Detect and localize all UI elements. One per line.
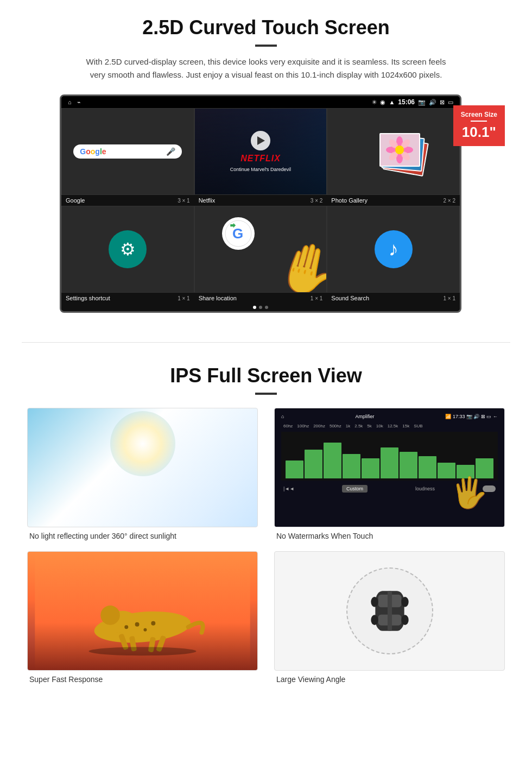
car-circle bbox=[346, 567, 433, 654]
app-cell-share[interactable]: G 🤚 bbox=[194, 206, 327, 293]
badge-size: 10.1" bbox=[461, 124, 497, 141]
microphone-icon: 🎤 bbox=[166, 147, 175, 156]
photos-label: Photo Gallery 2 × 2 bbox=[327, 195, 460, 206]
section1-title: 2.5D Curved Touch Screen bbox=[33, 16, 499, 39]
wifi-icon: ▲ bbox=[389, 99, 395, 105]
svg-point-18 bbox=[151, 621, 155, 626]
netflix-grid: 3 × 2 bbox=[311, 198, 323, 204]
settings-grid: 1 × 1 bbox=[178, 295, 190, 301]
amp-equalizer-bars bbox=[281, 432, 498, 481]
svg-rect-32 bbox=[388, 591, 392, 630]
play-button[interactable] bbox=[251, 131, 270, 150]
share-label: Share location 1 × 1 bbox=[194, 293, 327, 304]
camera-icon: 📷 bbox=[418, 99, 426, 106]
amp-icons: 📶 17:33 📷 🔊 ⊠ ▭ ← bbox=[445, 414, 498, 419]
amp-home-icon: ⌂ bbox=[281, 414, 284, 419]
car-caption: Large Viewing Angle bbox=[274, 675, 505, 684]
app-cell-settings[interactable]: ⚙ bbox=[61, 206, 194, 293]
netflix-subtitle: Continue Marvel's Daredevil bbox=[230, 167, 291, 172]
svg-point-29 bbox=[401, 597, 408, 607]
status-left: ⌂ ⌁ bbox=[68, 99, 81, 106]
svg-point-17 bbox=[143, 628, 147, 632]
amp-prev: |◄◄ bbox=[283, 486, 294, 491]
amp-bar-5 bbox=[362, 458, 379, 478]
amp-hand-icon: 🖐 bbox=[451, 475, 488, 510]
google-search-bar[interactable]: Google 🎤 bbox=[73, 144, 182, 159]
dot-3[interactable] bbox=[265, 306, 268, 309]
app-cell-netflix[interactable]: NETFLIX Continue Marvel's Daredevil bbox=[194, 108, 327, 195]
play-triangle-icon bbox=[257, 136, 265, 145]
home-icon[interactable]: ⌂ bbox=[68, 99, 72, 105]
svg-point-31 bbox=[401, 615, 408, 625]
amp-bar-7 bbox=[400, 452, 417, 478]
section-divider bbox=[22, 342, 510, 343]
cheetah-caption: Super Fast Response bbox=[27, 675, 258, 684]
pagination-dots bbox=[61, 304, 460, 311]
app-grid-top: Google 🎤 NETFLIX Continue Marvel's Da bbox=[61, 108, 460, 195]
google-logo: Google bbox=[80, 147, 106, 156]
google-label: Google 3 × 1 bbox=[61, 195, 194, 206]
feature-grid: No light reflecting under 360° direct su… bbox=[27, 408, 505, 684]
svg-point-15 bbox=[100, 605, 120, 625]
dot-1[interactable] bbox=[253, 306, 256, 309]
svg-point-24 bbox=[88, 647, 196, 655]
sound-label: Sound Search 1 × 1 bbox=[327, 293, 460, 304]
dot-2[interactable] bbox=[259, 306, 262, 309]
screen-size-badge: Screen Size 10.1" bbox=[453, 105, 505, 146]
status-right: ✳ ◉ ▲ 15:06 📷 🔊 ⊠ ▭ bbox=[372, 98, 453, 106]
usb-icon: ⌁ bbox=[77, 99, 81, 106]
app-labels-top: Google 3 × 1 Netflix 3 × 2 Photo Gallery… bbox=[61, 195, 460, 206]
netflix-logo: NETFLIX bbox=[240, 154, 281, 163]
bluetooth-icon: ✳ bbox=[372, 99, 377, 106]
amp-bar-4 bbox=[343, 454, 360, 478]
screen-icon: ▭ bbox=[448, 99, 453, 106]
sunlight-caption: No light reflecting under 360° direct su… bbox=[27, 532, 258, 540]
section1-description: With 2.5D curved-display screen, this de… bbox=[81, 55, 451, 81]
amp-title: Amplifier bbox=[355, 414, 374, 419]
cheetah-image bbox=[27, 551, 258, 671]
x-icon: ⊠ bbox=[440, 99, 445, 106]
svg-point-19 bbox=[124, 625, 128, 629]
photo-stack bbox=[366, 124, 421, 179]
amp-custom-btn: Custom bbox=[342, 485, 368, 493]
svg-point-28 bbox=[371, 597, 378, 607]
amp-bar-1 bbox=[286, 460, 303, 478]
amp-bar-3 bbox=[324, 443, 341, 478]
section2-title: IPS Full Screen View bbox=[27, 364, 505, 387]
netflix-overlay: NETFLIX Continue Marvel's Daredevil bbox=[195, 109, 327, 194]
app-cell-google[interactable]: Google 🎤 bbox=[61, 108, 194, 195]
app-grid-bottom: ⚙ G 🤚 bbox=[61, 206, 460, 293]
sound-icon-bg: ♪ bbox=[375, 230, 413, 268]
netflix-label-text: Netflix bbox=[199, 197, 216, 204]
feature-cheetah: Super Fast Response bbox=[27, 551, 258, 684]
svg-point-9 bbox=[395, 146, 404, 154]
svg-point-16 bbox=[135, 622, 140, 627]
sound-label-text: Sound Search bbox=[331, 295, 369, 301]
location-icon: ◉ bbox=[380, 99, 385, 106]
sound-grid: 1 × 1 bbox=[443, 295, 455, 301]
badge-divider bbox=[471, 121, 487, 122]
gear-icon: ⚙ bbox=[120, 239, 136, 260]
svg-text:G: G bbox=[232, 225, 243, 242]
amp-bar-8 bbox=[419, 456, 436, 478]
app-cell-sound[interactable]: ♪ bbox=[327, 206, 460, 293]
section-curved-screen: 2.5D Curved Touch Screen With 2.5D curve… bbox=[0, 0, 532, 326]
car-image bbox=[274, 551, 505, 671]
amplifier-image: ⌂ Amplifier 📶 17:33 📷 🔊 ⊠ ▭ ← 60hz100hz2… bbox=[274, 408, 505, 527]
device-wrapper: Screen Size 10.1" ⌂ ⌁ ✳ ◉ ▲ 15:06 📷 🔊 ⊠ bbox=[60, 94, 472, 313]
car-svg bbox=[368, 581, 411, 641]
status-time: 15:06 bbox=[398, 98, 415, 106]
settings-icon-bg: ⚙ bbox=[109, 230, 147, 268]
share-label-text: Share location bbox=[199, 295, 237, 301]
amp-freq-labels: 60hz100hz200hz500hz1k2.5k5k10k12.5k15kSU… bbox=[279, 422, 500, 430]
hand-pointing-icon: 🤚 bbox=[270, 234, 327, 293]
app-cell-photos[interactable] bbox=[327, 108, 460, 195]
google-label-text: Google bbox=[66, 197, 85, 204]
amp-bar-6 bbox=[381, 447, 398, 478]
netflix-label: Netflix 3 × 2 bbox=[194, 195, 327, 206]
feature-watermark: ⌂ Amplifier 📶 17:33 📷 🔊 ⊠ ▭ ← 60hz100hz2… bbox=[274, 408, 505, 540]
google-grid: 3 × 1 bbox=[178, 198, 190, 204]
settings-label-text: Settings shortcut bbox=[66, 295, 110, 301]
photos-label-text: Photo Gallery bbox=[331, 197, 368, 204]
amplifier-screen: ⌂ Amplifier 📶 17:33 📷 🔊 ⊠ ▭ ← 60hz100hz2… bbox=[275, 408, 504, 527]
